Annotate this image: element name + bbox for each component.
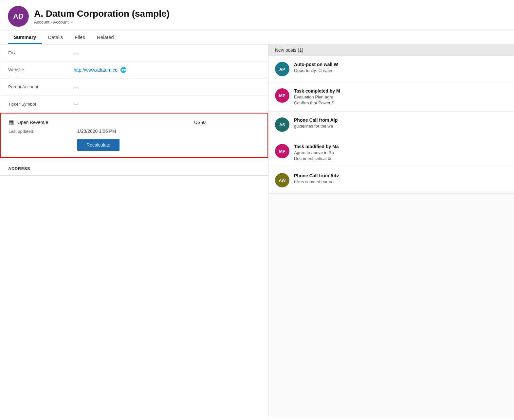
page-title: A. Datum Corporation (sample) [34, 9, 170, 19]
activity-subtitle: Likes some of our ne [294, 179, 507, 184]
chevron-down-icon[interactable]: ⌄ [70, 20, 73, 24]
website-row: Website http://www.adatum.co 🌐 [0, 61, 268, 79]
left-panel: Fax --- Website http://www.adatum.co 🌐 P… [0, 44, 268, 417]
subtitle-account2[interactable]: Account [53, 20, 69, 25]
activity-avatar: MP [275, 144, 289, 158]
tab-details[interactable]: Details [42, 30, 69, 44]
website-label: Website [8, 67, 74, 72]
activity-content: Phone Call from Adv Likes some of our ne [294, 173, 507, 184]
activity-list: AP Auto-post on wall W Opportunity: Crea… [268, 56, 514, 194]
parent-account-row: Parent Account --- [0, 79, 268, 96]
recalculate-button[interactable]: Recalculate [77, 139, 119, 151]
account-avatar: AD [8, 6, 29, 27]
activity-content: Task completed by M Evaluation Plan agre… [294, 88, 507, 105]
revenue-label: Open Revenue [17, 120, 48, 125]
activity-avatar: AP [275, 62, 289, 76]
header-subtitle: Account · Account ⌄ [34, 20, 170, 25]
revenue-box: ▦ Open Revenue US$0 Last updated: 1/23/2… [0, 113, 268, 158]
new-posts-bar: New posts (1) [268, 44, 514, 56]
activity-subtitle2: Document critical bu [294, 156, 507, 161]
activity-avatar: AS [275, 117, 289, 132]
ticker-symbol-value: --- [74, 101, 260, 107]
tab-bar: Summary Details Files Related [0, 30, 514, 44]
tab-summary[interactable]: Summary [8, 30, 42, 44]
ticker-symbol-row: Ticker Symbol --- [0, 96, 268, 113]
activity-content: Auto-post on wall W Opportunity: Created [294, 62, 507, 73]
activity-item[interactable]: MP Task modified by Ma Agree to above in… [268, 138, 514, 167]
activity-title: Task modified by Ma [294, 144, 507, 149]
activity-subtitle2: Confirm that Power S [294, 100, 507, 105]
last-updated-label: Last updated: [9, 129, 77, 134]
revenue-row: ▦ Open Revenue US$0 [9, 119, 260, 126]
header-info: A. Datum Corporation (sample) Account · … [34, 9, 170, 25]
ticker-symbol-label: Ticker Symbol [8, 102, 74, 107]
main-layout: Fax --- Website http://www.adatum.co 🌐 P… [0, 44, 514, 417]
activity-item[interactable]: AP Auto-post on wall W Opportunity: Crea… [268, 56, 514, 82]
activity-item[interactable]: AS Phone Call from Alp guidelines for th… [268, 112, 514, 138]
revenue-value: US$0 [194, 120, 260, 125]
parent-account-label: Parent Account [8, 84, 74, 89]
activity-title: Auto-post on wall W [294, 62, 507, 67]
fax-value: --- [74, 50, 260, 56]
activity-avatar: MP [275, 88, 289, 103]
subtitle-dot: · [51, 20, 52, 25]
parent-account-value: --- [74, 84, 260, 90]
activity-title: Phone Call from Adv [294, 173, 507, 178]
last-updated-value: 1/23/2020 1:06 PM [77, 129, 116, 134]
revenue-icon: ▦ [9, 119, 14, 126]
website-text[interactable]: http://www.adatum.co [74, 67, 118, 73]
subtitle-account1: Account [34, 20, 49, 25]
activity-item[interactable]: MP Task completed by M Evaluation Plan a… [268, 82, 514, 112]
activity-title: Task completed by M [294, 88, 507, 94]
page-header: AD A. Datum Corporation (sample) Account… [0, 0, 514, 30]
activity-content: Task modified by Ma Agree to above in Sp… [294, 144, 507, 161]
activity-avatar: AW [275, 173, 289, 187]
activity-subtitle: guidelines for the wa [294, 124, 507, 129]
right-panel: New posts (1) AP Auto-post on wall W Opp… [268, 44, 514, 417]
avatar-initials: AD [13, 12, 24, 21]
form-section: Fax --- Website http://www.adatum.co 🌐 P… [0, 44, 268, 113]
new-posts-label: New posts (1) [275, 47, 303, 53]
website-value: http://www.adatum.co 🌐 [74, 67, 260, 73]
tab-related[interactable]: Related [91, 30, 120, 44]
activity-title: Phone Call from Alp [294, 117, 507, 123]
activity-subtitle1: Evaluation Plan agre [294, 95, 507, 99]
fax-row: Fax --- [0, 44, 268, 61]
last-updated-row: Last updated: 1/23/2020 1:06 PM [9, 129, 260, 134]
fax-label: Fax [8, 50, 74, 55]
activity-content: Phone Call from Alp guidelines for the w… [294, 117, 507, 129]
globe-icon: 🌐 [120, 67, 127, 73]
tab-files[interactable]: Files [69, 30, 91, 44]
activity-subtitle1: Agree to above in Sp [294, 150, 507, 155]
address-section-header: ADDRESS [0, 162, 268, 175]
address-section: ADDRESS [0, 162, 268, 176]
activity-item[interactable]: AW Phone Call from Adv Likes some of our… [268, 167, 514, 194]
activity-subtitle: Opportunity: Created [294, 68, 507, 73]
